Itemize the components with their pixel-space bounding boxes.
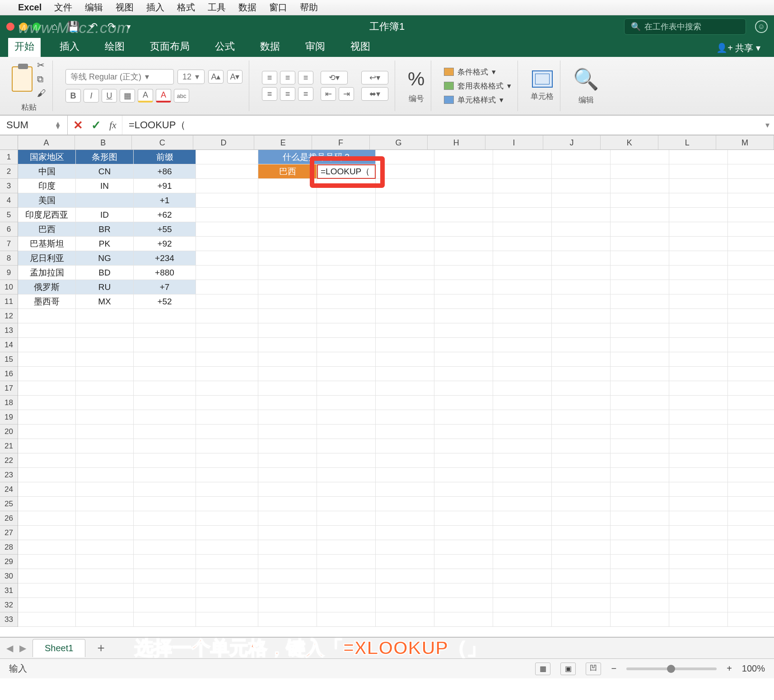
cell-D23[interactable] — [196, 468, 258, 482]
cell-F19[interactable] — [317, 410, 376, 425]
cell-L10[interactable] — [669, 280, 728, 294]
cell-D19[interactable] — [196, 410, 258, 425]
cell-A25[interactable] — [18, 497, 76, 511]
align-top-icon[interactable]: ≡ — [262, 71, 277, 84]
cell-L20[interactable] — [669, 425, 728, 439]
cell-B15[interactable] — [76, 352, 134, 367]
cell-D30[interactable] — [196, 569, 258, 583]
cell-E3[interactable] — [258, 179, 317, 193]
row-header-14[interactable]: 14 — [0, 338, 18, 352]
cell-A21[interactable] — [18, 439, 76, 453]
cell-G30[interactable] — [376, 569, 434, 583]
row-header-2[interactable]: 2 — [0, 164, 18, 179]
cell-E30[interactable] — [258, 569, 317, 583]
col-header-A[interactable]: A — [18, 135, 75, 149]
cell-L4[interactable] — [669, 193, 728, 208]
feedback-icon[interactable]: ☺ — [755, 20, 768, 33]
cell-H28[interactable] — [434, 540, 493, 555]
cell-K11[interactable] — [611, 294, 669, 309]
cell-I6[interactable] — [493, 222, 552, 237]
cell-A5[interactable]: 印度尼西亚 — [18, 208, 76, 222]
cell-F26[interactable] — [317, 511, 376, 526]
row-header-32[interactable]: 32 — [0, 598, 18, 612]
cell-I26[interactable] — [493, 511, 552, 526]
cell-M28[interactable] — [728, 540, 774, 555]
cell-A30[interactable] — [18, 569, 76, 583]
cell-L27[interactable] — [669, 526, 728, 540]
cell-B24[interactable] — [76, 482, 134, 497]
cell-C4[interactable]: +1 — [134, 193, 196, 208]
cell-A12[interactable] — [18, 309, 76, 323]
tab-home[interactable]: 开始 — [8, 37, 41, 57]
cell-A4[interactable]: 美国 — [18, 193, 76, 208]
cell-G20[interactable] — [376, 425, 434, 439]
cell-K10[interactable] — [611, 280, 669, 294]
cell-H16[interactable] — [434, 367, 493, 381]
cell-H26[interactable] — [434, 511, 493, 526]
cell-B21[interactable] — [76, 439, 134, 453]
cell-J2[interactable] — [552, 164, 611, 179]
cell-I23[interactable] — [493, 468, 552, 482]
font-size-combo[interactable]: 12 ▾ — [177, 70, 205, 84]
cell-M14[interactable] — [728, 338, 774, 352]
cell-B25[interactable] — [76, 497, 134, 511]
cell-L2[interactable] — [669, 164, 728, 179]
decrease-font-icon[interactable]: A▾ — [227, 70, 242, 84]
cell-C20[interactable] — [134, 425, 196, 439]
increase-indent-icon[interactable]: ⇥ — [339, 87, 354, 101]
cell-I33[interactable] — [493, 612, 552, 627]
fx-icon[interactable]: fx — [109, 119, 117, 131]
cell-K8[interactable] — [611, 251, 669, 266]
row-header-12[interactable]: 12 — [0, 309, 18, 323]
cell-C7[interactable]: +92 — [134, 237, 196, 251]
cell-E2[interactable]: 巴西 — [258, 164, 317, 179]
cell-G19[interactable] — [376, 410, 434, 425]
col-header-C[interactable]: C — [132, 135, 193, 149]
cell-F13[interactable] — [317, 323, 376, 338]
cell-K14[interactable] — [611, 338, 669, 352]
cell-I10[interactable] — [493, 280, 552, 294]
maximize-window-icon[interactable] — [33, 23, 41, 31]
cell-H2[interactable] — [434, 164, 493, 179]
cell-I29[interactable] — [493, 555, 552, 569]
cell-E13[interactable] — [258, 323, 317, 338]
cell-D17[interactable] — [196, 381, 258, 396]
tab-formulas[interactable]: 公式 — [209, 37, 241, 57]
cell-B28[interactable] — [76, 540, 134, 555]
row-header-9[interactable]: 9 — [0, 266, 18, 280]
cell-A14[interactable] — [18, 338, 76, 352]
cell-M5[interactable] — [728, 208, 774, 222]
zoom-slider[interactable] — [626, 667, 717, 670]
cell-H14[interactable] — [434, 338, 493, 352]
zoom-in-icon[interactable]: + — [727, 663, 732, 674]
cell-D32[interactable] — [196, 598, 258, 612]
tab-draw[interactable]: 绘图 — [98, 37, 131, 57]
cell-K5[interactable] — [611, 208, 669, 222]
fill-color-button[interactable]: A — [138, 89, 153, 103]
cell-K25[interactable] — [611, 497, 669, 511]
cell-K7[interactable] — [611, 237, 669, 251]
cell-A18[interactable] — [18, 396, 76, 410]
cell-G31[interactable] — [376, 583, 434, 598]
cell-J17[interactable] — [552, 381, 611, 396]
row-header-18[interactable]: 18 — [0, 396, 18, 410]
menu-format[interactable]: 格式 — [177, 1, 195, 14]
cell-K2[interactable] — [611, 164, 669, 179]
cell-G28[interactable] — [376, 540, 434, 555]
prev-sheet-icon[interactable]: ◀ — [6, 643, 13, 653]
cell-D9[interactable] — [196, 266, 258, 280]
cell-C31[interactable] — [134, 583, 196, 598]
add-sheet-button[interactable]: + — [92, 641, 110, 655]
cell-E9[interactable] — [258, 266, 317, 280]
row-header-7[interactable]: 7 — [0, 237, 18, 251]
cell-C19[interactable] — [134, 410, 196, 425]
cell-B14[interactable] — [76, 338, 134, 352]
row-header-31[interactable]: 31 — [0, 583, 18, 598]
cell-D13[interactable] — [196, 323, 258, 338]
cell-E15[interactable] — [258, 352, 317, 367]
cell-L12[interactable] — [669, 309, 728, 323]
cell-I16[interactable] — [493, 367, 552, 381]
cell-G13[interactable] — [376, 323, 434, 338]
cell-C25[interactable] — [134, 497, 196, 511]
cell-M8[interactable] — [728, 251, 774, 266]
